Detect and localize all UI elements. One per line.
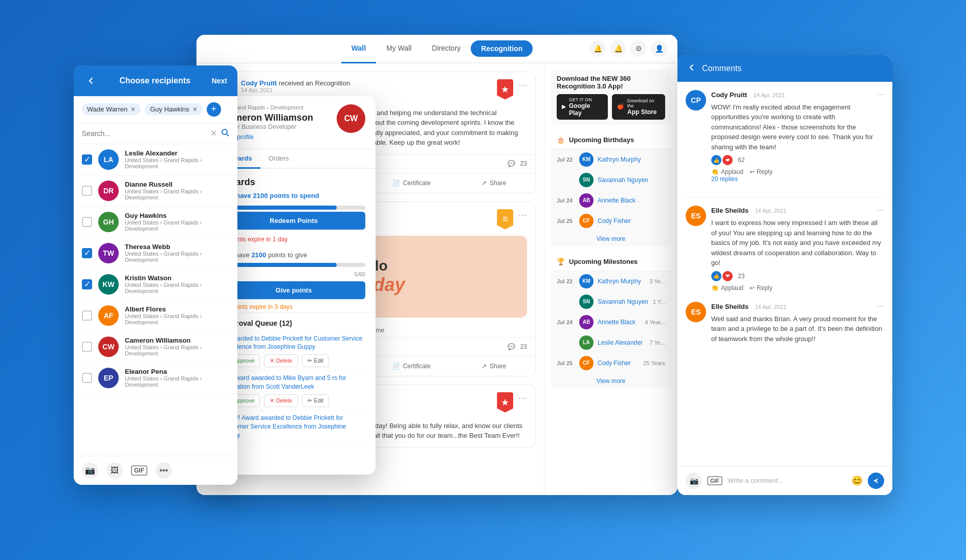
- more-options-icon[interactable]: •••: [156, 462, 172, 479]
- tab-my-wall[interactable]: My Wall: [376, 35, 422, 63]
- camera-icon[interactable]: 📷: [82, 462, 98, 479]
- choose-recipients-header: Choose recipients Next: [74, 65, 237, 96]
- comment-input[interactable]: [728, 477, 846, 484]
- redeem-points-button[interactable]: Redeem Points: [222, 212, 365, 230]
- comment-gif-button[interactable]: GIF: [707, 476, 722, 485]
- give-points-button[interactable]: Give points: [222, 281, 365, 299]
- nav-icons: 🔔 🔔 ⚙ 👤: [589, 40, 667, 57]
- tag-wade-warren[interactable]: Wade Warren ✕: [82, 103, 141, 115]
- approval-item: rd awarded to Debbie Prickett for Custom…: [222, 331, 365, 371]
- add-recipient-button[interactable]: +: [207, 102, 221, 117]
- google-play-button[interactable]: ▶ GET IT ON Google Play: [557, 94, 608, 120]
- tag-guy-hawkins[interactable]: Guy Hawkins ✕: [145, 103, 203, 115]
- comment-author: Elle Sheilds: [711, 303, 749, 310]
- applaud-button[interactable]: 👏 Applaud: [711, 284, 743, 292]
- birthdays-header: 🎂 Upcoming Birthdays: [551, 131, 671, 149]
- person-checkbox-dianne[interactable]: [82, 186, 92, 196]
- approval-item: ver Award awarded to Mike Byam and 5 rs …: [222, 371, 365, 411]
- comment-more-icon[interactable]: ···: [877, 90, 884, 99]
- comments-back-button[interactable]: [688, 63, 696, 74]
- person-checkbox-leslie[interactable]: ✓: [82, 154, 92, 165]
- share-button[interactable]: ↗ Share: [453, 359, 535, 374]
- list-item[interactable]: AF Albert Flores United States › Grand R…: [74, 300, 237, 331]
- birthdays-view-more[interactable]: View more: [551, 231, 671, 247]
- list-item[interactable]: ✓ TW Theresa Webb United States › Grand …: [74, 238, 237, 269]
- person-checkbox-kristin[interactable]: ✓: [82, 279, 92, 289]
- reply-button[interactable]: ↩ Reply: [750, 284, 773, 292]
- list-item[interactable]: ✓ KW Kristin Watson United States › Gran…: [74, 269, 237, 300]
- comments-title: Comments: [702, 64, 741, 73]
- list-item[interactable]: EP Eleanor Pena United States › Grand Ra…: [74, 363, 237, 394]
- send-comment-button[interactable]: [868, 473, 884, 489]
- comment-more-icon[interactable]: ···: [877, 206, 884, 215]
- avatar: KM: [579, 152, 594, 167]
- search-area: ✕: [74, 123, 237, 144]
- approval-actions: ✓ Approve ✕ Delete ✏ Edit: [222, 394, 365, 407]
- person-checkbox-theresa[interactable]: ✓: [82, 248, 92, 258]
- comment-camera-icon[interactable]: 📷: [686, 473, 702, 489]
- delete-button[interactable]: ✕ Delete: [264, 354, 298, 367]
- settings-icon[interactable]: ⚙: [630, 40, 647, 57]
- comment-input-area: 📷 GIF 😊: [677, 466, 892, 495]
- list-item[interactable]: DR Dianne Russell United States › Grand …: [74, 175, 237, 207]
- comment-item: ES Elle Sheilds 14 Apr, 2021 ··· I want …: [686, 206, 884, 292]
- share-icon: ↗: [481, 180, 487, 187]
- download-app-title: Download the NEW 360 Recognition 3.0 App…: [557, 75, 665, 90]
- feed-sidebar: Download the NEW 360 Recognition 3.0 App…: [544, 63, 677, 495]
- milestone-item: Jul 24 AB Annette Black 4 Year...: [551, 312, 671, 332]
- reaction-count: 62: [738, 156, 744, 164]
- reply-button[interactable]: ↩ Reply: [750, 168, 773, 175]
- delete-button[interactable]: ✕ Delete: [264, 394, 298, 407]
- person-checkbox-guy[interactable]: [82, 217, 92, 227]
- share-button[interactable]: ↗ Share: [453, 175, 535, 191]
- choose-recipients-panel: Choose recipients Next Wade Warren ✕ Guy…: [74, 65, 237, 485]
- comments-header: Comments: [677, 55, 892, 82]
- post-author: Cody Pruitt received an Recognition: [241, 79, 492, 87]
- list-item[interactable]: GH Guy Hawkins United States › Grand Rap…: [74, 207, 237, 238]
- milestones-view-more[interactable]: View more: [551, 373, 671, 389]
- next-button[interactable]: Next: [212, 77, 227, 85]
- person-checkbox-eleanor[interactable]: [82, 373, 92, 383]
- comment-avatar: ES: [686, 206, 706, 226]
- give-progress-fill: [222, 263, 337, 267]
- comment-item: CP Cody Pruitt 14 Apr, 2021 ··· WOW! I'm…: [686, 90, 884, 187]
- search-clear-icon[interactable]: ✕: [210, 128, 217, 138]
- user-avatar-icon[interactable]: 👤: [651, 40, 667, 57]
- back-button[interactable]: [84, 74, 98, 88]
- tab-recognition[interactable]: Recognition: [471, 40, 533, 57]
- replies-count[interactable]: 20 replies: [711, 175, 884, 183]
- search-input[interactable]: [82, 129, 206, 138]
- emoji-picker-icon[interactable]: 😊: [851, 475, 863, 486]
- alert-icon[interactable]: 🔔: [610, 40, 626, 57]
- heart-reaction: ❤: [722, 155, 733, 165]
- tab-wall[interactable]: Wall: [341, 35, 376, 63]
- edit-button[interactable]: ✏ Edit: [302, 354, 329, 367]
- app-store-button[interactable]: 🍎 Download on the App Store: [612, 94, 665, 120]
- applaud-icon: 👏: [711, 168, 719, 175]
- list-item[interactable]: ✓ LA Leslie Alexander United States › Gr…: [74, 144, 237, 175]
- notification-icon[interactable]: 🔔: [589, 40, 606, 57]
- post-more-icon[interactable]: ···: [518, 392, 527, 402]
- certificate-button[interactable]: 📄 Certificate: [370, 175, 453, 191]
- certificate-button[interactable]: 📄 Certificate: [370, 359, 453, 374]
- person-checkbox-albert[interactable]: [82, 310, 92, 321]
- search-icon[interactable]: [221, 128, 229, 139]
- tab-orders[interactable]: Orders: [260, 149, 297, 169]
- comment-author: Cody Pruitt: [711, 91, 747, 99]
- image-icon[interactable]: 🖼: [106, 462, 123, 479]
- post-more-icon[interactable]: ···: [518, 209, 527, 219]
- avatar: CF: [579, 356, 594, 370]
- tag-remove-wade[interactable]: ✕: [130, 106, 136, 113]
- applaud-button[interactable]: 👏 Applaud: [711, 168, 743, 175]
- tag-remove-guy[interactable]: ✕: [192, 106, 197, 113]
- avatar: GH: [98, 212, 119, 232]
- list-item[interactable]: CW Cameron Williamson United States › Gr…: [74, 331, 237, 363]
- avatar: KM: [579, 274, 594, 288]
- gif-button[interactable]: GIF: [131, 465, 147, 476]
- person-checkbox-cameron[interactable]: [82, 342, 92, 352]
- edit-button[interactable]: ✏ Edit: [302, 394, 329, 407]
- comment-more-icon[interactable]: ···: [877, 302, 884, 311]
- tab-directory[interactable]: Directory: [422, 35, 471, 63]
- milestone-item: Jul 22 KM Kathryn Murphy 3 Ye...: [551, 271, 671, 292]
- post-more-icon[interactable]: ···: [518, 79, 527, 89]
